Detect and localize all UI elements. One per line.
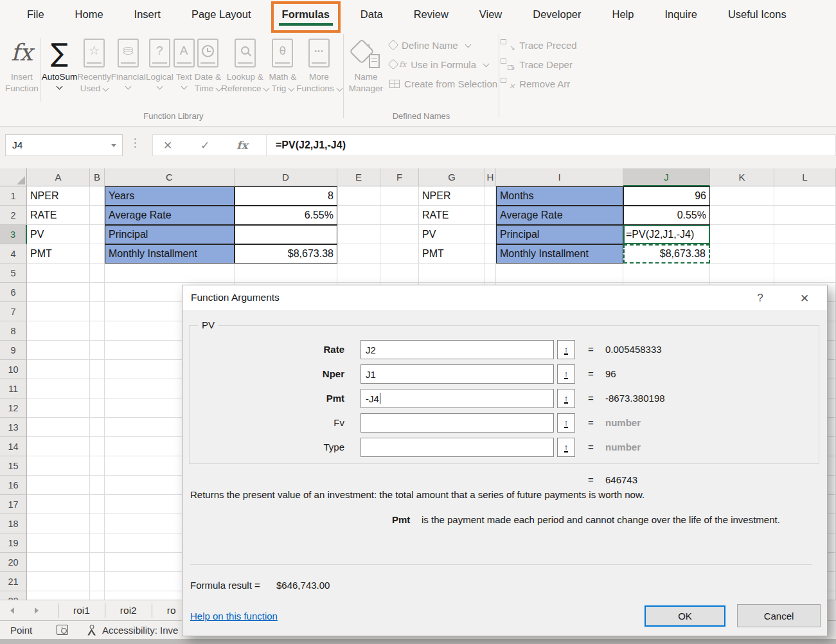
- enter-entry-icon[interactable]: ✓: [191, 135, 218, 156]
- column-header-L[interactable]: L: [774, 168, 836, 186]
- cell-J4[interactable]: $8,673.38: [623, 244, 710, 264]
- sheet-tab-roi1[interactable]: roi1: [58, 600, 105, 620]
- cell-K4[interactable]: [710, 244, 774, 264]
- cell-D3[interactable]: [235, 225, 337, 244]
- cell-A17[interactable]: [27, 495, 90, 514]
- ribbon-tab-insert[interactable]: Insert: [119, 0, 176, 29]
- cell-A21[interactable]: [27, 572, 90, 591]
- logical-button[interactable]: ?Logical: [146, 33, 173, 89]
- cell-C1[interactable]: Years: [105, 186, 235, 206]
- column-header-K[interactable]: K: [710, 168, 774, 186]
- cell-F2[interactable]: [380, 206, 419, 225]
- cell-B6[interactable]: [90, 283, 105, 302]
- create-from-selection-button[interactable]: Create from Selection: [389, 74, 497, 93]
- cell-A14[interactable]: [27, 437, 90, 456]
- cell-G5[interactable]: [419, 264, 485, 283]
- recently-used-button[interactable]: ☆RecentlyUsed: [77, 33, 111, 94]
- cell-E5[interactable]: [337, 264, 380, 283]
- cell-K2[interactable]: [710, 206, 774, 225]
- cell-E1[interactable]: [337, 186, 380, 206]
- cell-L4[interactable]: [774, 244, 836, 264]
- argument-input-fv[interactable]: [360, 413, 554, 433]
- cell-B17[interactable]: [90, 495, 105, 514]
- cell-L3[interactable]: [774, 225, 836, 244]
- math-trig-button[interactable]: θMath &Trig: [269, 33, 296, 94]
- cell-H3[interactable]: [485, 225, 496, 244]
- cell-B1[interactable]: [90, 186, 105, 206]
- cancel-button[interactable]: Cancel: [737, 604, 821, 627]
- row-header-17[interactable]: 17: [0, 495, 27, 514]
- cell-D4[interactable]: $8,673.38: [235, 244, 337, 264]
- cell-B3[interactable]: [90, 225, 105, 244]
- cell-B4[interactable]: [90, 244, 105, 264]
- cell-K3[interactable]: [710, 225, 774, 244]
- row-header-14[interactable]: 14: [0, 437, 27, 456]
- cell-A2[interactable]: RATE: [27, 206, 90, 225]
- cell-A11[interactable]: [27, 379, 90, 398]
- row-header-16[interactable]: 16: [0, 476, 27, 495]
- row-header-5[interactable]: 5: [0, 264, 27, 283]
- cell-D2[interactable]: 6.55%: [235, 206, 337, 225]
- column-header-J[interactable]: J: [623, 168, 710, 186]
- cell-K1[interactable]: [710, 186, 774, 206]
- row-header-19[interactable]: 19: [0, 533, 27, 553]
- cancel-entry-icon[interactable]: ✕: [154, 135, 181, 156]
- cell-G2[interactable]: RATE: [419, 206, 485, 225]
- ribbon-tab-formulas[interactable]: Formulas: [267, 0, 345, 29]
- ribbon-tab-inquire[interactable]: Inquire: [649, 0, 712, 29]
- cell-F4[interactable]: [380, 244, 419, 264]
- row-header-9[interactable]: 9: [0, 341, 27, 360]
- cell-H2[interactable]: [485, 206, 496, 225]
- cell-C4[interactable]: Monthly Installment: [105, 244, 235, 264]
- cell-J3[interactable]: =PV(J2,J1,-J4): [623, 225, 710, 244]
- cell-F5[interactable]: [380, 264, 419, 283]
- collapse-dialog-button[interactable]: ↑: [557, 389, 575, 408]
- column-header-C[interactable]: C: [105, 168, 235, 186]
- financial-button[interactable]: Financial: [111, 33, 146, 89]
- row-header-15[interactable]: 15: [0, 456, 27, 476]
- formula-bar-resize-handle[interactable]: [134, 138, 136, 148]
- cell-C2[interactable]: Average Rate: [105, 206, 235, 225]
- cell-B10[interactable]: [90, 360, 105, 379]
- ribbon-tab-home[interactable]: Home: [60, 0, 119, 29]
- cell-B14[interactable]: [90, 437, 105, 456]
- cell-A1[interactable]: NPER: [27, 186, 90, 206]
- cell-B13[interactable]: [90, 418, 105, 437]
- lookup-reference-button[interactable]: Lookup &Reference: [221, 33, 269, 94]
- cell-A19[interactable]: [27, 533, 90, 553]
- argument-input-rate[interactable]: J2: [360, 340, 554, 359]
- cell-A18[interactable]: [27, 514, 90, 533]
- cell-C3[interactable]: Principal: [105, 225, 235, 244]
- row-header-7[interactable]: 7: [0, 302, 27, 321]
- cell-D1[interactable]: 8: [235, 186, 337, 206]
- collapse-dialog-button[interactable]: ↑: [557, 340, 575, 359]
- column-header-H[interactable]: H: [485, 168, 496, 186]
- row-header-4[interactable]: 4: [0, 244, 27, 264]
- cell-B8[interactable]: [90, 321, 105, 341]
- cell-B15[interactable]: [90, 456, 105, 476]
- sheet-nav-right-icon[interactable]: [24, 607, 49, 614]
- insert-function-fx-icon[interactable]: fx: [229, 135, 256, 156]
- cell-E3[interactable]: [337, 225, 380, 244]
- cell-A4[interactable]: PMT: [27, 244, 90, 264]
- cell-I4[interactable]: Monthly Installment: [496, 244, 623, 264]
- cell-B21[interactable]: [90, 572, 105, 591]
- trace-deper-button[interactable]: ↘Trace Deper: [501, 55, 576, 74]
- cell-B22[interactable]: [90, 591, 105, 600]
- ribbon-tab-useful-icons[interactable]: Useful Icons: [713, 0, 802, 29]
- cell-I2[interactable]: Average Rate: [496, 206, 623, 225]
- cell-J2[interactable]: 0.55%: [623, 206, 710, 225]
- cell-H1[interactable]: [485, 186, 496, 206]
- column-header-F[interactable]: F: [380, 168, 419, 186]
- cell-B9[interactable]: [90, 341, 105, 360]
- select-all-corner[interactable]: [0, 168, 27, 186]
- cell-A3[interactable]: PV: [27, 225, 90, 244]
- row-header-6[interactable]: 6: [0, 283, 27, 302]
- cell-B5[interactable]: [90, 264, 105, 283]
- cell-L5[interactable]: [774, 264, 836, 283]
- cell-A15[interactable]: [27, 456, 90, 476]
- dialog-close-icon[interactable]: ✕: [794, 290, 815, 307]
- cell-A12[interactable]: [27, 398, 90, 418]
- cell-J5[interactable]: [623, 264, 710, 283]
- cell-B11[interactable]: [90, 379, 105, 398]
